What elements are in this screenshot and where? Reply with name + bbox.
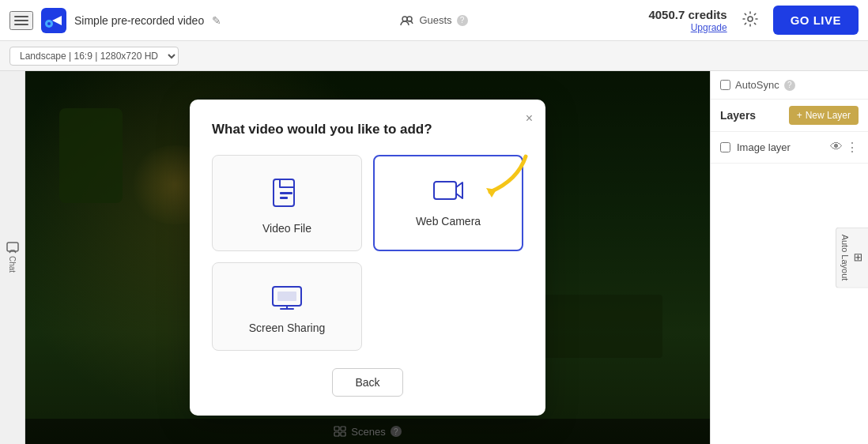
app-title: Simple pre-recorded video xyxy=(74,14,204,27)
modal: What video would you like to add? × xyxy=(190,100,545,416)
modal-close-button[interactable]: × xyxy=(526,112,533,125)
autosync-row: AutoSync ? xyxy=(711,71,868,100)
chat-label: Chat xyxy=(8,256,17,273)
topbar: Simple pre-recorded video ✎ Guests ? 405… xyxy=(0,0,868,41)
video-file-option[interactable]: Video File xyxy=(212,155,362,251)
left-sidebar: Chat xyxy=(0,71,25,444)
right-sidebar: AutoSync ? Layers + New Layer Image laye… xyxy=(710,71,868,444)
video-file-label: Video File xyxy=(262,222,311,235)
new-layer-label: New Layer xyxy=(806,110,851,121)
edit-icon[interactable]: ✎ xyxy=(212,14,221,27)
auto-layout-tab[interactable]: ⊞ Auto Layout xyxy=(836,228,868,288)
subbar: Landscape | 16:9 | 1280x720 HD xyxy=(0,41,868,71)
layer-visibility-icon[interactable]: 👁 xyxy=(830,140,843,155)
layer-more-icon[interactable]: ⋮ xyxy=(846,140,859,155)
svg-point-5 xyxy=(748,17,753,21)
svg-rect-17 xyxy=(277,292,296,301)
chat-icon xyxy=(6,242,19,254)
logo xyxy=(41,8,66,33)
screen-sharing-label: Screen Sharing xyxy=(249,322,326,334)
arrow-annotation xyxy=(474,149,530,203)
settings-icon xyxy=(742,10,759,28)
layer-name: Image layer xyxy=(737,141,824,153)
auto-layout-icon: ⊞ xyxy=(852,253,865,262)
canvas-area: Scenes ? What video would you like to ad… xyxy=(25,71,710,444)
guests-help-icon[interactable]: ? xyxy=(457,15,468,26)
credits-info: 4050.7 credits Upgrade xyxy=(648,8,726,33)
screen-sharing-option[interactable]: Screen Sharing xyxy=(212,262,362,351)
web-camera-option[interactable]: Web Camera xyxy=(373,155,523,251)
video-file-icon xyxy=(272,178,302,211)
guests-button[interactable]: Guests ? xyxy=(400,14,467,26)
autosync-help-icon: ? xyxy=(784,80,795,91)
credits-amount: 4050.7 credits xyxy=(648,8,726,21)
screen-sharing-icon xyxy=(271,285,303,310)
svg-point-2 xyxy=(47,22,51,25)
resolution-select[interactable]: Landscape | 16:9 | 1280x720 HD xyxy=(9,47,179,66)
modal-options-top: Video File Web Camera xyxy=(212,155,523,251)
new-layer-button[interactable]: + New Layer xyxy=(789,106,859,125)
svg-rect-12 xyxy=(280,192,292,194)
svg-rect-13 xyxy=(280,197,288,199)
svg-rect-14 xyxy=(434,182,456,199)
empty-option-slot xyxy=(373,262,523,351)
upgrade-link[interactable]: Upgrade xyxy=(648,22,726,33)
settings-button[interactable] xyxy=(738,7,762,33)
chat-button[interactable]: Chat xyxy=(3,239,22,276)
web-camera-label: Web Camera xyxy=(416,215,481,228)
autosync-checkbox[interactable] xyxy=(720,80,730,90)
autosync-label: AutoSync xyxy=(735,79,779,91)
modal-title: What video would you like to add? xyxy=(212,122,523,137)
layer-actions: 👁 ⋮ xyxy=(830,140,859,155)
layer-checkbox[interactable] xyxy=(720,142,730,152)
modal-footer: Back xyxy=(212,368,523,397)
auto-layout-label: Auto Layout xyxy=(840,235,850,281)
guests-icon xyxy=(400,15,414,26)
svg-point-3 xyxy=(402,17,407,21)
web-camera-icon xyxy=(432,179,464,204)
go-live-button[interactable]: GO LIVE xyxy=(773,6,859,35)
back-button[interactable]: Back xyxy=(332,368,402,397)
hamburger-menu-button[interactable] xyxy=(9,11,33,30)
plus-icon: + xyxy=(797,110,802,121)
svg-marker-15 xyxy=(486,188,496,198)
layers-header: Layers + New Layer xyxy=(711,100,868,132)
layer-item: Image layer 👁 ⋮ xyxy=(711,132,868,164)
layers-title: Layers xyxy=(720,109,756,122)
modal-backdrop[interactable]: What video would you like to add? × xyxy=(25,71,710,444)
